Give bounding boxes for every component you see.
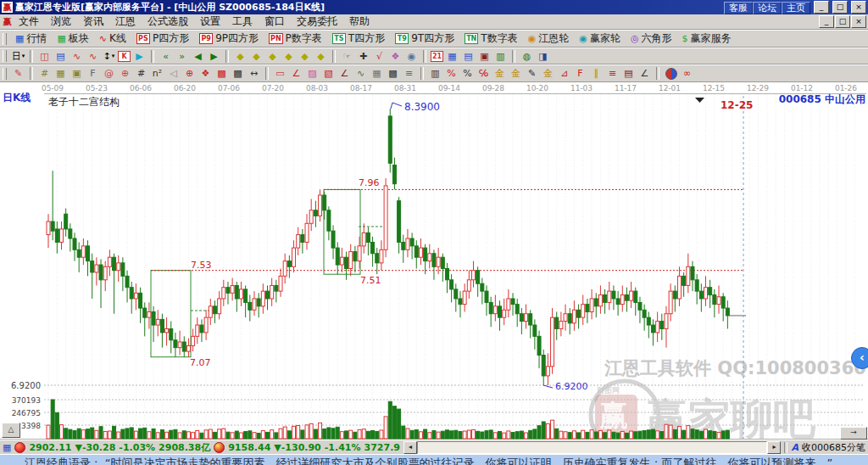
scrollbar-track[interactable]: [417, 441, 768, 454]
yinyang-icon[interactable]: [664, 67, 678, 80]
drag-hand-icon[interactable]: ☞: [340, 50, 354, 63]
p-table-button[interactable]: PNP数字表: [264, 31, 327, 47]
spiral-icon[interactable]: @: [102, 67, 116, 80]
menu-help[interactable]: 帮助: [343, 15, 376, 27]
close-button[interactable]: ×: [851, 1, 866, 14]
customer-service-button[interactable]: 客服: [724, 2, 753, 14]
f-line-icon[interactable]: F: [573, 67, 587, 80]
angle-line-icon[interactable]: ∠: [337, 67, 352, 80]
fan-lines-icon[interactable]: F: [86, 67, 100, 80]
gold-box-icon[interactable]: 金: [541, 67, 555, 80]
collapse-panel-button[interactable]: ‹: [851, 347, 868, 369]
black-grid-icon[interactable]: ▩: [231, 67, 245, 80]
child-minimize-button[interactable]: _: [819, 15, 834, 28]
star-burst-icon[interactable]: ❖: [198, 67, 213, 80]
price-grid-icon[interactable]: ▦: [53, 67, 68, 80]
kline-button[interactable]: ∿K线: [94, 31, 131, 47]
last-bar-icon[interactable]: »: [175, 50, 189, 63]
parallel-line-icon[interactable]: ∥: [589, 67, 604, 80]
target-icon[interactable]: ⊕: [182, 67, 197, 80]
menu-trade[interactable]: 交易委托: [291, 15, 343, 27]
h-expand-icon[interactable]: ↔: [247, 67, 261, 80]
time-grid-icon[interactable]: #: [37, 67, 52, 80]
homepage-button[interactable]: 主页: [782, 2, 810, 14]
volume-toggle-button[interactable]: △: [2, 423, 20, 438]
sectors-button[interactable]: ▦板块: [52, 31, 93, 47]
prev-bar-icon[interactable]: ◀: [191, 50, 205, 63]
scrollbar-left-icon[interactable]: ◂: [403, 441, 417, 454]
percent-level-icon[interactable]: ℅: [476, 67, 491, 80]
f10-info-icon[interactable]: ▤: [53, 50, 68, 63]
next-bar-icon[interactable]: ▶: [207, 50, 221, 63]
menu-tools[interactable]: 工具: [226, 15, 259, 27]
zoom-right-icon[interactable]: ◆: [249, 50, 264, 63]
arrow-mark-icon[interactable]: ◁: [166, 67, 181, 80]
gann-box-icon[interactable]: ▣: [70, 67, 84, 80]
menu-news[interactable]: 资讯: [77, 15, 109, 27]
winner-wheel-button[interactable]: ◉赢家轮: [574, 31, 626, 47]
calculator-icon[interactable]: ▦: [445, 50, 459, 63]
data-download-icon[interactable]: ◨: [536, 50, 550, 63]
slope-icon[interactable]: ∠: [637, 67, 652, 80]
grid-fine-icon[interactable]: ▦: [370, 67, 384, 80]
multi-window-icon[interactable]: ❖: [388, 50, 403, 63]
winner-service-button[interactable]: $赢家服务: [676, 31, 736, 47]
brush-icon[interactable]: ✎: [525, 67, 539, 80]
n-square-icon[interactable]: n²: [150, 67, 164, 80]
export-icon[interactable]: ▥: [493, 50, 508, 63]
playback-icon[interactable]: ▶: [132, 50, 147, 63]
steps-box-icon[interactable]: ▤: [621, 67, 636, 80]
box-select-icon[interactable]: ▭: [273, 67, 287, 80]
menu-formula-pick[interactable]: 公式选股: [142, 15, 194, 27]
steps-up-icon[interactable]: ≡: [605, 67, 620, 80]
quote-grid-icon[interactable]: ▦: [3, 443, 11, 452]
pink-box-icon[interactable]: ▨: [305, 67, 320, 80]
trend-small-icon[interactable]: ∿: [70, 50, 84, 63]
percent-icon[interactable]: %: [460, 67, 475, 80]
scrollbar-right-icon[interactable]: ▸: [767, 441, 781, 454]
trend-large-icon[interactable]: ∿: [86, 50, 100, 63]
kx-analysis-icon[interactable]: K: [118, 51, 131, 62]
calendar-icon[interactable]: 21: [431, 51, 443, 62]
multi-line-icon[interactable]: ≡: [402, 67, 416, 80]
window-layout-icon[interactable]: ◫: [37, 50, 52, 63]
peak-mark-icon[interactable]: √: [372, 50, 387, 63]
percent-fall-icon[interactable]: %: [444, 67, 459, 80]
menu-browse[interactable]: 浏览: [45, 15, 77, 27]
period-day-button[interactable]: 日▾: [11, 50, 25, 63]
child-close-button[interactable]: ×: [851, 15, 866, 28]
menu-gann[interactable]: 江恩: [109, 15, 142, 27]
save-icon[interactable]: ▣: [477, 50, 492, 63]
toolbar-grip[interactable]: [3, 68, 7, 80]
draw-pen-icon[interactable]: ✎: [11, 67, 25, 80]
9t-square-button[interactable]: T99T四方形: [390, 31, 459, 47]
zoom-left-icon[interactable]: ◆: [233, 50, 248, 63]
horizontal-scrollbar[interactable]: ◂ ▸: [403, 442, 782, 453]
circle-cross-icon[interactable]: ⊕: [118, 67, 132, 80]
notepad-icon[interactable]: ▤: [461, 50, 476, 63]
infinity-icon[interactable]: ∞: [680, 67, 694, 80]
toolbar-grip[interactable]: [3, 33, 7, 45]
bar-count-icon[interactable]: #: [134, 67, 148, 80]
menu-file[interactable]: 文件: [13, 15, 45, 27]
9p-square-button[interactable]: P99P四方形: [194, 31, 264, 47]
angle-up-icon[interactable]: ⊿: [557, 67, 571, 80]
first-bar-icon[interactable]: «: [159, 50, 173, 63]
red-box-icon[interactable]: ▧: [321, 67, 336, 80]
web-sync-icon[interactable]: ◍: [520, 50, 534, 63]
zoom-out-icon[interactable]: ◆: [265, 50, 280, 63]
quotes-button[interactable]: ▦行情: [10, 31, 52, 47]
gold-section-icon[interactable]: 金: [509, 67, 523, 80]
chart-area[interactable]: 江恩工具软件 QQ:100800360赢家聊吧赢财图网6.92003701932…: [0, 82, 868, 440]
scroll-right-button[interactable]: →: [840, 427, 867, 440]
piano-keys-icon[interactable]: ▥: [428, 67, 442, 80]
minimize-button[interactable]: _: [814, 1, 829, 14]
title-bar[interactable]: 赢 赢家江恩专业版[赢家内部服务平台] - [中山公用 SZ000685-184…: [0, 0, 868, 14]
zoom-all-icon[interactable]: ◆: [314, 50, 328, 63]
toolbar-grip[interactable]: [3, 50, 7, 62]
gann-wheel-button[interactable]: ◉江恩轮: [523, 31, 575, 47]
gann-fan-icon[interactable]: ∠: [289, 67, 303, 80]
grid-bold-icon[interactable]: ▩: [386, 67, 400, 80]
t-table-button[interactable]: TNT数字表: [459, 31, 523, 47]
candle-style-button[interactable]: ↕▾: [102, 50, 116, 63]
